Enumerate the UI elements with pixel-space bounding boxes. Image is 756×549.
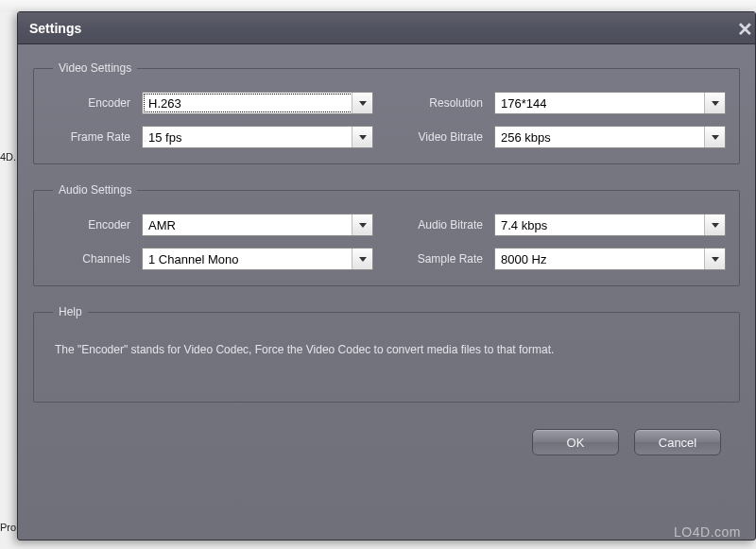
channels-value[interactable] — [142, 248, 373, 270]
help-legend: Help — [53, 305, 88, 318]
dialog-button-row: OK Cancel — [33, 421, 740, 455]
help-text: The "Encoder" stands for Video Codec, Fo… — [47, 335, 726, 386]
frame-rate-select[interactable] — [142, 126, 373, 148]
video-encoder-label: Encoder — [47, 96, 142, 110]
settings-dialog: Settings ✕ Video Settings Encoder Resolu… — [17, 11, 756, 540]
frame-rate-value[interactable] — [142, 126, 373, 148]
dialog-content: Video Settings Encoder Resolution — [18, 44, 755, 467]
background-text-frag2: Pro — [0, 522, 17, 533]
sample-rate-select[interactable] — [494, 248, 726, 270]
video-encoder-value[interactable] — [142, 92, 373, 114]
video-settings-legend: Video Settings — [53, 61, 137, 75]
ok-button[interactable]: OK — [532, 429, 619, 455]
audio-encoder-label: Encoder — [47, 218, 142, 232]
dialog-titlebar: Settings ✕ — [18, 12, 755, 44]
audio-encoder-value[interactable] — [142, 214, 373, 236]
video-encoder-select[interactable] — [142, 92, 373, 114]
video-settings-group: Video Settings Encoder Resolution — [33, 61, 740, 164]
resolution-label: Resolution — [400, 96, 494, 110]
channels-label: Channels — [47, 252, 142, 266]
video-bitrate-value[interactable] — [494, 126, 726, 148]
frame-rate-label: Frame Rate — [47, 130, 142, 144]
video-bitrate-label: Video Bitrate — [400, 130, 494, 144]
dialog-title: Settings — [29, 21, 81, 36]
audio-settings-group: Audio Settings Encoder Audio Bitrate — [33, 183, 740, 286]
audio-encoder-select[interactable] — [142, 214, 373, 236]
help-group: Help The "Encoder" stands for Video Code… — [33, 305, 740, 403]
audio-bitrate-select[interactable] — [494, 214, 726, 236]
channels-select[interactable] — [142, 248, 373, 270]
background-text-frag1: 4D. — [0, 151, 17, 163]
sample-rate-label: Sample Rate — [400, 252, 494, 266]
resolution-select[interactable] — [494, 92, 726, 114]
close-icon[interactable]: ✕ — [731, 16, 756, 43]
cancel-button[interactable]: Cancel — [634, 429, 721, 455]
audio-settings-legend: Audio Settings — [53, 183, 137, 197]
video-bitrate-select[interactable] — [494, 126, 726, 148]
resolution-value[interactable] — [494, 92, 726, 114]
audio-bitrate-value[interactable] — [494, 214, 726, 236]
sample-rate-value[interactable] — [494, 248, 726, 270]
audio-bitrate-label: Audio Bitrate — [400, 218, 494, 232]
